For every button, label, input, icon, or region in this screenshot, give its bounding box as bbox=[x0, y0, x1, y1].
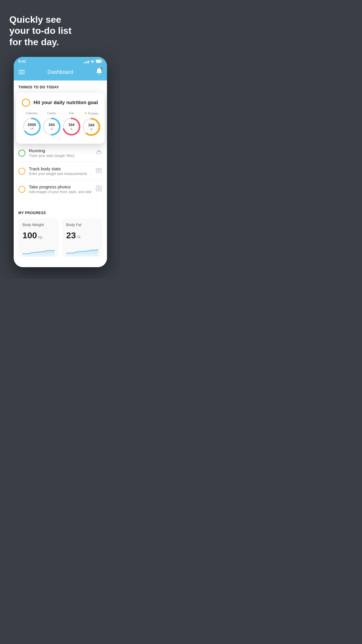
progress-cards: Body Weight 100 kg Body Fat bbox=[18, 218, 102, 257]
donut-calories: 2000 cal bbox=[22, 117, 42, 136]
todo-item[interactable]: Running Track your stats (target: 5km) bbox=[18, 144, 102, 162]
todo-action-icon-0 bbox=[95, 149, 102, 157]
todo-text-1: Track body stats Enter your weight and m… bbox=[29, 166, 92, 176]
donut-protein: 164 g bbox=[81, 117, 101, 137]
macro-label-fat: Fat bbox=[69, 111, 74, 115]
battery-icon bbox=[96, 60, 102, 64]
nutrition-check-circle bbox=[22, 99, 30, 107]
progress-card-title-1: Body Fat bbox=[66, 223, 98, 227]
todo-text-2: Take progress photos Add images of your … bbox=[29, 184, 92, 194]
todo-name-0: Running bbox=[29, 148, 92, 153]
todo-name-1: Track body stats bbox=[29, 166, 92, 171]
svg-rect-1 bbox=[96, 60, 101, 62]
donut-value-carbs: 164 g bbox=[48, 123, 55, 130]
macro-item-carbs: Carbs 164 g bbox=[42, 111, 61, 136]
todo-item[interactable]: Take progress photos Add images of your … bbox=[18, 180, 102, 198]
donut-value-protein: 164 g bbox=[88, 123, 94, 131]
menu-button[interactable] bbox=[18, 70, 25, 74]
progress-unit-0: kg bbox=[38, 235, 42, 239]
todo-name-2: Take progress photos bbox=[29, 184, 92, 189]
macros-row: Calories 2000 cal Carbs 164 bbox=[22, 111, 99, 137]
todo-item[interactable]: Track body stats Enter your weight and m… bbox=[18, 162, 102, 180]
todo-action-icon-2 bbox=[95, 185, 102, 193]
svg-rect-2 bbox=[101, 61, 102, 62]
sparkline-0 bbox=[22, 245, 55, 257]
todo-desc-2: Add images of your front, back, and side bbox=[29, 190, 92, 194]
macro-item-fat: Fat 164 g bbox=[61, 111, 81, 136]
macro-item-protein: ★Protein 164 g bbox=[81, 111, 101, 137]
todo-circle-2 bbox=[18, 186, 25, 193]
progress-section: MY PROGRESS Body Weight 100 kg bbox=[14, 205, 107, 261]
app-header: Dashboard bbox=[14, 65, 107, 80]
content-area: THINGS TO DO TODAY Hit your daily nutrit… bbox=[14, 80, 107, 144]
donut-carbs: 164 g bbox=[42, 117, 61, 136]
notification-badge bbox=[101, 67, 103, 69]
svg-point-13 bbox=[98, 170, 99, 172]
hero-title: Quickly see your to-do list for the day. bbox=[9, 14, 111, 48]
donut-value-fat: 164 g bbox=[68, 123, 75, 130]
progress-value-row-1: 23 % bbox=[66, 230, 98, 240]
nutrition-card[interactable]: Hit your daily nutrition goal Calories 2… bbox=[16, 93, 105, 144]
hero-section: Quickly see your to-do list for the day. bbox=[0, 0, 121, 57]
donut-value-calories: 2000 cal bbox=[28, 123, 36, 130]
sparkline-1 bbox=[66, 245, 98, 257]
status-bar: 9:41 bbox=[14, 57, 107, 65]
todo-circle-0 bbox=[18, 150, 25, 157]
macro-label-carbs: Carbs bbox=[47, 111, 56, 115]
notification-button[interactable] bbox=[96, 68, 102, 76]
bell-icon bbox=[96, 69, 102, 76]
svg-point-15 bbox=[98, 187, 100, 189]
progress-card-body-weight[interactable]: Body Weight 100 kg bbox=[18, 218, 59, 257]
wifi-icon bbox=[90, 60, 95, 64]
macro-label-protein: ★Protein bbox=[84, 111, 99, 115]
macro-item-calories: Calories 2000 cal bbox=[22, 111, 42, 136]
signal-icon bbox=[84, 60, 89, 63]
header-title: Dashboard bbox=[48, 69, 73, 75]
star-icon: ★ bbox=[84, 111, 87, 115]
nutrition-card-header: Hit your daily nutrition goal bbox=[22, 99, 99, 107]
macro-label-calories: Calories bbox=[26, 111, 38, 115]
phone-bottom bbox=[14, 261, 107, 267]
progress-title: MY PROGRESS bbox=[18, 211, 102, 215]
todo-desc-1: Enter your weight and measurements bbox=[29, 172, 92, 176]
todo-action-icon-1 bbox=[95, 167, 102, 175]
nutrition-card-title: Hit your daily nutrition goal bbox=[34, 100, 98, 106]
progress-value-row-0: 100 kg bbox=[22, 230, 55, 240]
todo-circle-1 bbox=[18, 168, 25, 175]
svg-rect-12 bbox=[96, 169, 101, 173]
status-icons bbox=[84, 60, 102, 64]
things-today-title: THINGS TO DO TODAY bbox=[18, 85, 102, 89]
todo-text-0: Running Track your stats (target: 5km) bbox=[29, 148, 92, 158]
progress-value-1: 23 bbox=[66, 230, 76, 240]
progress-card-body-fat[interactable]: Body Fat 23 % bbox=[62, 218, 102, 257]
todo-list: Running Track your stats (target: 5km) T… bbox=[14, 144, 107, 198]
phone-mockup: 9:41 bbox=[14, 57, 107, 279]
progress-card-title-0: Body Weight bbox=[22, 223, 55, 227]
progress-unit-1: % bbox=[77, 235, 80, 239]
progress-value-0: 100 bbox=[22, 230, 37, 240]
phone-shell: 9:41 bbox=[14, 57, 107, 267]
donut-fat: 164 g bbox=[61, 117, 81, 136]
todo-desc-0: Track your stats (target: 5km) bbox=[29, 154, 92, 158]
status-time: 9:41 bbox=[18, 59, 26, 64]
